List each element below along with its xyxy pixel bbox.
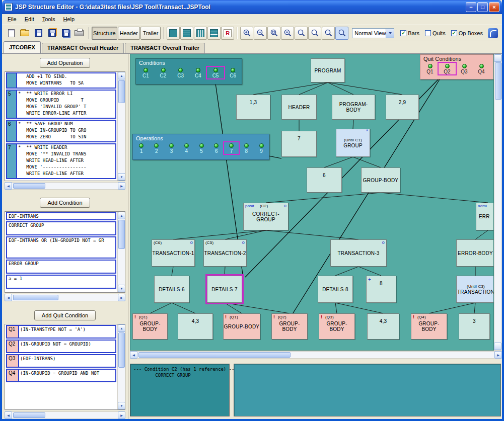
quits-checkbox[interactable]: Quits xyxy=(425,30,446,36)
quit-item[interactable]: Q2 (IN-GROUPID NOT = GROUPID) xyxy=(6,340,116,353)
condition-item[interactable]: EOF-INTRANS OR (IN-GROUPID NOT = GR xyxy=(6,236,116,259)
condition-c2[interactable]: C2 xyxy=(155,67,172,78)
add-operation-button[interactable]: Add Operation xyxy=(40,58,91,68)
bars-checkbox[interactable]: Bars xyxy=(400,30,419,36)
node-group-body-q3[interactable]: ! (Q3) GROUP-BODY xyxy=(319,313,355,340)
quit-q4[interactable]: Q4 xyxy=(473,63,490,74)
canvas-hscrollbar[interactable] xyxy=(130,351,502,359)
condition-item[interactable]: a = 1 xyxy=(6,275,116,289)
conditions-list[interactable]: EOF-INTRANS CORRECT GROUP EOF-INTRANS OR… xyxy=(5,211,125,293)
condition-item[interactable]: ERROR GROUP xyxy=(6,260,116,274)
menu-help[interactable]: Help xyxy=(59,15,79,24)
structure-style-2-button[interactable] xyxy=(180,27,193,40)
node-ops-1-3[interactable]: 1,3 xyxy=(236,95,270,120)
node-transaction-1[interactable]: (C6) o TRANSACTION-1 xyxy=(152,239,195,267)
scroll-up-arrow-icon[interactable] xyxy=(118,72,125,79)
scroll-up-arrow-icon[interactable] xyxy=(494,54,501,62)
node-error-body[interactable]: ERROR-BODY xyxy=(456,239,494,267)
zoom-in-button[interactable] xyxy=(240,27,253,40)
add-quit-condition-button[interactable]: Add Quit Condition xyxy=(34,310,96,320)
scrollbar-thumb[interactable] xyxy=(495,62,501,100)
node-transaction-2[interactable]: (C5) o TRANSACTION-2 xyxy=(203,239,247,267)
close-button[interactable]: × xyxy=(489,2,499,12)
structure-style-3-button[interactable] xyxy=(194,27,207,40)
save-as-button[interactable] xyxy=(45,27,58,40)
node-correct-group[interactable]: posit (C2) o CORRECT-GROUP xyxy=(243,203,289,230)
save-copy-button[interactable] xyxy=(59,27,72,40)
zoom-fit-button[interactable] xyxy=(281,27,294,40)
node-ops-4-3[interactable]: 4,3 xyxy=(178,313,213,340)
node-program[interactable]: PROGRAM xyxy=(311,58,345,82)
conditions-vscrollbar[interactable] xyxy=(117,212,125,292)
scroll-down-arrow-icon[interactable] xyxy=(118,285,125,292)
operation-item[interactable]: ADD +1 TO SIND. MOVE WINTRANS TO SA xyxy=(6,72,116,89)
condition-c3[interactable]: C3 xyxy=(172,67,189,78)
tab-jtcobex[interactable]: JTCOBEX xyxy=(4,41,41,53)
condition-item[interactable]: EOF-INTRANS xyxy=(6,212,116,220)
structure-view-button[interactable]: Structure xyxy=(92,27,117,40)
node-ops-4-3b[interactable]: 4,3 xyxy=(367,313,399,340)
quit-vscrollbar[interactable] xyxy=(117,324,125,409)
scroll-left-arrow-icon[interactable] xyxy=(5,411,12,419)
combo-dropdown-arrow-icon[interactable] xyxy=(386,29,394,38)
operation-1[interactable]: 1 xyxy=(134,142,149,154)
node-op-3[interactable]: 3 xyxy=(459,313,490,340)
condition-c6[interactable]: C6 xyxy=(224,67,242,78)
conditions-hscrollbar[interactable] xyxy=(5,294,125,301)
operation-item[interactable]: 7 * ** WRITE HEADER MOVE '** INVALID TRA… xyxy=(6,143,116,179)
trailer-view-button[interactable]: Trailer xyxy=(140,27,161,40)
operation-item[interactable]: 5 * ** WRITE ERROR LI MOVE GROUPID T MOV… xyxy=(6,90,116,119)
operations-list[interactable]: ADD +1 TO SIND. MOVE WINTRANS TO SA 5 * … xyxy=(5,71,125,181)
report-view-button[interactable]: R xyxy=(221,27,234,40)
condition-c5-selected[interactable]: C5 xyxy=(207,67,225,78)
structure-style-4-button[interactable] xyxy=(207,27,221,40)
quit-item[interactable]: Q4 (IN-GROUPID = GROUPID AND NOT xyxy=(6,369,116,382)
node-group-body[interactable]: GROUP-BODY xyxy=(361,167,400,193)
node-details-8[interactable]: DETAILS-8 xyxy=(318,276,353,303)
node-op-8[interactable]: + 8 xyxy=(366,276,396,303)
scroll-right-arrow-icon[interactable] xyxy=(118,294,125,301)
node-op-6[interactable]: 6 xyxy=(307,167,342,193)
node-group-body-q1[interactable]: ! (Q1) GROUP-BODY xyxy=(132,313,168,340)
operation-8[interactable]: 8 xyxy=(239,142,254,154)
operation-4[interactable]: 4 xyxy=(179,142,194,154)
node-transaction-3[interactable]: o TRANSACTION-3 xyxy=(330,239,387,267)
zoom-100-button[interactable] xyxy=(308,27,321,40)
node-transaction-until-c3[interactable]: (Until C3) TRANSACTION xyxy=(456,276,494,303)
operation-2[interactable]: 2 xyxy=(149,142,164,154)
scroll-down-arrow-icon[interactable] xyxy=(118,402,125,409)
minimize-button[interactable]: − xyxy=(466,2,476,12)
operation-5[interactable]: 5 xyxy=(194,142,209,154)
diagram-canvas[interactable]: PROGRAM 1,3 HEADER PROGRAM-BODY 2,9 7 (U… xyxy=(130,54,494,351)
scrollbar-thumb[interactable] xyxy=(13,183,45,189)
condition-item[interactable]: CORRECT GROUP xyxy=(6,221,116,235)
tab-transact-overall-trailer[interactable]: TRANSACT Overall Trailer xyxy=(125,43,205,53)
scrollbar-thumb[interactable] xyxy=(138,352,291,358)
open-file-button[interactable] xyxy=(18,27,31,40)
scroll-left-arrow-icon[interactable] xyxy=(130,351,137,359)
node-op-7[interactable]: 7 xyxy=(281,131,317,157)
save-button[interactable] xyxy=(32,27,45,40)
quit-q3[interactable]: Q3 xyxy=(456,63,473,74)
scrollbar-thumb[interactable] xyxy=(118,80,125,103)
scroll-down-arrow-icon[interactable] xyxy=(118,173,125,181)
scroll-left-arrow-icon[interactable] xyxy=(5,182,12,190)
new-file-button[interactable] xyxy=(5,27,18,40)
scroll-right-arrow-icon[interactable] xyxy=(118,182,125,190)
condition-c4[interactable]: C4 xyxy=(189,67,207,78)
quit-item[interactable]: Q3 (EOF-INTRANS) xyxy=(6,354,116,368)
quit-conditions-list[interactable]: Q1 (IN-TRANSTYPE NOT = 'A') Q2 (IN-GROUP… xyxy=(5,324,125,410)
condition-c1[interactable]: C1 xyxy=(137,67,155,78)
node-details-7-selected[interactable]: DETAILS-7 xyxy=(207,276,242,303)
scroll-down-arrow-icon[interactable] xyxy=(494,343,501,350)
operation-7-selected[interactable]: 7 xyxy=(224,142,239,154)
scrollbar-thumb[interactable] xyxy=(118,332,125,368)
scroll-right-arrow-icon[interactable] xyxy=(118,411,125,419)
node-error[interactable]: admi ERR xyxy=(476,203,494,230)
quit-item[interactable]: Q1 (IN-TRANSTYPE NOT = 'A') xyxy=(6,325,116,339)
operation-9[interactable]: 9 xyxy=(254,142,269,154)
structure-style-1-button[interactable] xyxy=(167,27,180,40)
zoom-select-button[interactable] xyxy=(335,27,348,40)
quit-q2-selected[interactable]: Q2 xyxy=(439,63,456,74)
operation-item[interactable]: 6 * ** SAVE GROUP NUM MOVE IN-GROUPID TO… xyxy=(6,120,116,142)
